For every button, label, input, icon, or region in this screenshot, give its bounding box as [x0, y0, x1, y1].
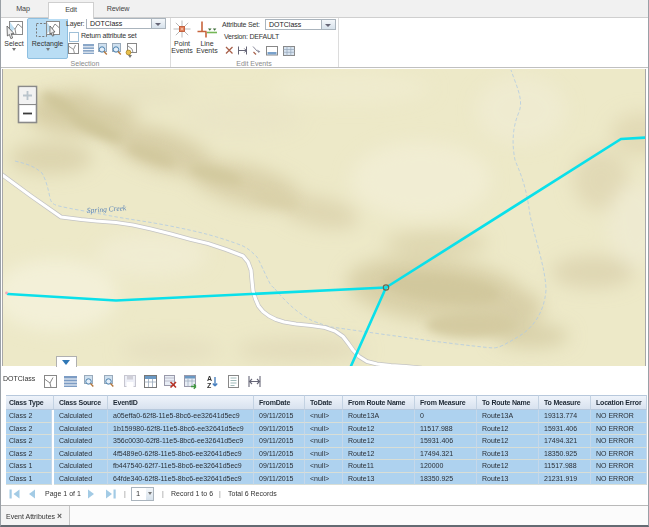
svg-text:Z: Z	[207, 382, 212, 389]
svg-text:A: A	[207, 375, 212, 382]
